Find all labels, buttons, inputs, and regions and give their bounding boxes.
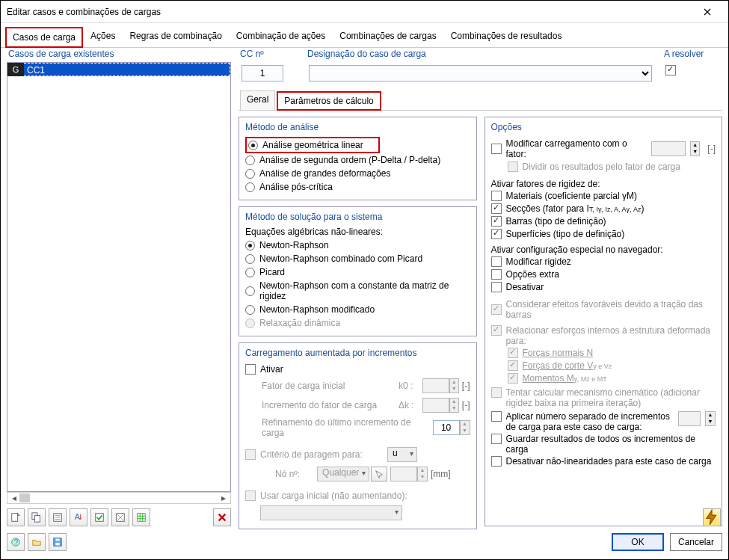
opt-sp-modrig-checkbox[interactable]: [491, 256, 502, 267]
delete-button[interactable]: [213, 508, 231, 526]
horizontal-scrollbar[interactable]: ◂▸: [7, 492, 231, 504]
incr-k0-unit: [-]: [462, 381, 470, 391]
tab-combinacao-acoes[interactable]: Combinação de ações: [230, 26, 332, 47]
opt-modfactor-input: [651, 141, 686, 156]
opt-rel-v-label: Forças de corte Vy e Vz: [523, 360, 612, 371]
incr-k0-sym: k0 :: [399, 381, 422, 391]
svg-text:?: ?: [13, 538, 18, 547]
radio-picard-label: Picard: [259, 267, 285, 277]
opt-sep-incr-checkbox[interactable]: [491, 411, 502, 422]
incr-dk-unit: [-]: [462, 400, 470, 410]
incr-refine-input[interactable]: [433, 420, 460, 435]
radio-second-order-label: Análise de segunda ordem (P-Delta / P-de…: [259, 155, 440, 165]
opt-rig-members-checkbox[interactable]: [491, 216, 502, 227]
opt-modfactor-checkbox[interactable]: [491, 144, 502, 154]
increments-title: Carregamento aumentada por incrementos: [245, 348, 470, 358]
opt-relate-label: Relacionar esforços internos à estrutura…: [506, 325, 716, 346]
resolve-label: A resolver: [664, 49, 722, 59]
list-button[interactable]: [49, 508, 67, 526]
subtab-geral[interactable]: Geral: [240, 90, 275, 110]
tab-regras-combinacao[interactable]: Regras de combinação: [123, 26, 228, 47]
radio-nr[interactable]: [245, 241, 255, 250]
designation-select[interactable]: [309, 65, 652, 81]
opt-sp-disable-checkbox[interactable]: [491, 282, 502, 292]
incr-activate-checkbox[interactable]: [245, 364, 256, 375]
incr-refine-label: Refinamento do último incremento de carg…: [262, 417, 433, 438]
opt-save-incr-checkbox[interactable]: [491, 434, 502, 444]
uncheck-all-button[interactable]: [111, 508, 129, 526]
svg-text:A: A: [75, 512, 80, 521]
opt-rel-n-label: Forças normais N: [523, 348, 594, 358]
cancel-button[interactable]: Cancelar: [670, 533, 722, 551]
save-button[interactable]: [49, 533, 67, 551]
opt-divide-label: Dividir os resultados pelo fator de carg…: [523, 161, 680, 172]
new-case-button[interactable]: [7, 508, 25, 526]
radio-linear[interactable]: [248, 141, 258, 150]
radio-large-def[interactable]: [245, 169, 255, 179]
spinner-icon[interactable]: ▲▼: [460, 420, 470, 435]
resolve-checkbox[interactable]: [665, 65, 676, 76]
incr-activate-label: Ativar: [260, 364, 283, 375]
ok-button[interactable]: OK: [612, 533, 664, 551]
opt-kin-checkbox: [491, 387, 502, 398]
opt-disable-nl-label: Desativar não-linearidades para este cas…: [506, 456, 712, 467]
left-header: Casos de carga existentes: [8, 49, 231, 59]
incr-dk-sym: Δk :: [399, 400, 422, 410]
opt-sp-extra-label: Opções extra: [506, 269, 559, 280]
incr-node-value-input: [390, 467, 417, 481]
incr-useinitial-combo: [260, 505, 402, 520]
spinner-icon: ▲▼: [449, 398, 459, 413]
load-case-list[interactable]: G CC1: [7, 62, 231, 492]
radio-second-order[interactable]: [245, 156, 255, 165]
radio-nr-const[interactable]: [245, 286, 255, 296]
svg-rect-12: [55, 539, 59, 541]
radio-relaxation-label: Relaxação dinâmica: [259, 318, 340, 328]
opt-rig-materials-label: Materiais (coeficiente parcial γM): [506, 191, 637, 201]
opt-sep-incr-label: Aplicar número separado de incrementos d…: [506, 411, 674, 432]
incr-useinitial-label: Usar carga inicial (não aumentando):: [260, 490, 407, 501]
ccno-label: CC nº: [240, 49, 298, 59]
opt-rel-v-checkbox: [508, 360, 518, 371]
table-button[interactable]: [132, 508, 150, 526]
tab-acoes[interactable]: Ações: [84, 26, 122, 47]
opt-rig-sections-checkbox[interactable]: [491, 203, 502, 214]
radio-relaxation: [245, 319, 255, 328]
help-button[interactable]: ?: [7, 533, 25, 551]
solver-intro: Equações algébricas não-lineares:: [245, 227, 470, 237]
opt-rig-surfaces-checkbox[interactable]: [491, 229, 502, 239]
close-button[interactable]: [692, 3, 722, 21]
opt-modfactor-unit: [-]: [707, 144, 716, 154]
radio-nr-const-label: Newton-Raphson com a constante da matriz…: [259, 280, 470, 301]
svg-rect-11: [55, 543, 59, 546]
opt-disable-nl-checkbox[interactable]: [491, 456, 502, 467]
opt-rig-materials-checkbox[interactable]: [491, 191, 502, 201]
svg-rect-2: [34, 515, 40, 522]
list-item[interactable]: G CC1: [7, 63, 230, 76]
opt-save-incr-label: Guardar resultados de todos os increment…: [506, 434, 716, 455]
incr-k0-input: [422, 378, 449, 393]
tab-combinacoes-resultados[interactable]: Combinações de resultados: [444, 26, 569, 47]
spinner-icon: ▲▼: [417, 467, 428, 481]
quick-settings-button[interactable]: [703, 508, 721, 526]
sort-button[interactable]: A: [70, 508, 87, 526]
incr-dk-input: [422, 398, 449, 413]
ccno-input[interactable]: [242, 65, 283, 81]
tab-casos-de-carga[interactable]: Casos de carga: [5, 27, 83, 48]
solver-title: Método de solução para o sistema: [245, 212, 470, 222]
case-label: CC1: [24, 63, 230, 76]
tab-combinacoes-cargas[interactable]: Combinações de cargas: [333, 26, 443, 47]
check-all-button[interactable]: [90, 508, 108, 526]
opt-rel-m-checkbox: [508, 373, 518, 384]
opt-rigidity-header: Ativar fatores de rigidez de:: [491, 179, 716, 189]
subtab-parametros-calculo[interactable]: Parâmetros de cálculo: [277, 91, 381, 111]
opt-rig-members-label: Barras (tipo de definição): [506, 216, 606, 227]
designation-label: Designação do caso de carga: [307, 49, 655, 59]
opt-rig-sections-label: Secções (fator para IT, Iγ, Iz, A, Aγ, A…: [506, 203, 645, 214]
radio-picard[interactable]: [245, 268, 255, 277]
copy-case-button[interactable]: [28, 508, 46, 526]
radio-nr-picard[interactable]: [245, 254, 255, 264]
opt-sp-extra-checkbox[interactable]: [491, 269, 502, 280]
radio-post-critical[interactable]: [245, 182, 255, 192]
radio-nr-mod[interactable]: [245, 305, 255, 315]
open-folder-button[interactable]: [28, 533, 46, 551]
